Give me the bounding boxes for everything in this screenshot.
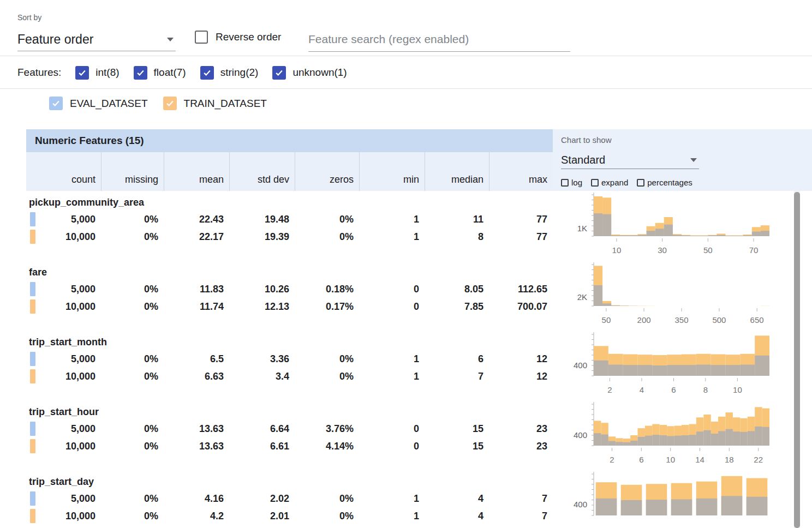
feature-type-toggle-float[interactable]: float(7) <box>134 66 186 80</box>
cell-std-dev: 2.01 <box>229 511 295 522</box>
dataset-toggle-eval_dataset[interactable]: EVAL_DATASET <box>49 97 148 110</box>
numeric-features-header: Numeric Features (15) <box>26 129 553 152</box>
numeric-features-table: Numeric Features (15) countmissingmeanst… <box>26 129 553 528</box>
checkbox-unchecked-icon[interactable] <box>561 179 569 187</box>
cell-mean: 13.63 <box>164 441 229 452</box>
cell-missing: 0% <box>101 214 164 225</box>
cell-count: 10,000 <box>26 301 101 313</box>
cell-max: 77 <box>489 231 553 243</box>
column-header-row: countmissingmeanstd devzerosminmedianmax <box>26 152 553 191</box>
svg-text:200: 200 <box>637 315 651 325</box>
column-header-min: min <box>359 152 425 191</box>
svg-text:1K: 1K <box>577 224 587 233</box>
svg-text:6: 6 <box>671 385 676 394</box>
reverse-order-control[interactable]: Reverse order <box>195 31 281 44</box>
checkbox-checked-icon[interactable] <box>272 66 286 80</box>
dataset-toggle-bar: EVAL_DATASETTRAIN_DATASET <box>0 89 812 129</box>
histogram-trip_start_day: 400 <box>553 470 795 528</box>
checkbox-checked-icon[interactable] <box>49 97 63 110</box>
cell-count: 5,000 <box>26 423 101 435</box>
feature-name: pickup_community_area <box>26 194 553 211</box>
cell-count: 5,000 <box>26 493 101 505</box>
train-stats-row: 10,0000%4.22.010%147 <box>26 507 553 525</box>
dataset-label: TRAIN_DATASET <box>184 98 267 110</box>
checkbox-unchecked-icon[interactable] <box>591 179 599 187</box>
reverse-order-label: Reverse order <box>216 31 281 43</box>
cell-std-dev: 12.13 <box>229 301 295 313</box>
cell-zeros: 0.17% <box>295 301 359 313</box>
cell-missing: 0% <box>101 441 164 452</box>
svg-text:50: 50 <box>602 315 611 325</box>
cell-std-dev: 3.36 <box>229 353 295 365</box>
train-dataset-swatch <box>30 509 35 523</box>
feature-type-toggle-string[interactable]: string(2) <box>200 66 259 80</box>
svg-text:6: 6 <box>639 455 643 464</box>
chart-option-label: expand <box>601 178 628 187</box>
cell-zeros: 0.18% <box>295 284 359 295</box>
feature-type-filter-bar: Features: int(8)float(7)string(2)unknown… <box>0 57 812 89</box>
cell-missing: 0% <box>101 231 164 243</box>
cell-missing: 0% <box>101 511 164 522</box>
feature-search-input[interactable] <box>308 27 570 52</box>
checkbox-checked-icon[interactable] <box>200 66 214 80</box>
check-icon <box>165 99 175 108</box>
chart-option-label: log <box>571 178 582 187</box>
cell-mean: 22.43 <box>164 214 229 225</box>
feature-histogram: 2K50200350500650 <box>553 261 795 331</box>
cell-count: 10,000 <box>26 511 101 522</box>
cell-missing: 0% <box>101 371 164 382</box>
chart-option-expand[interactable]: expand <box>591 178 628 187</box>
svg-text:650: 650 <box>750 315 764 325</box>
chart-option-percentages[interactable]: percentages <box>637 178 692 187</box>
histogram-pickup_community_area: 1K10305070 <box>553 191 795 261</box>
svg-text:10: 10 <box>612 245 622 255</box>
cell-zeros: 3.76% <box>295 423 359 435</box>
chart-type-select[interactable]: Standard <box>561 151 699 169</box>
check-icon <box>136 68 145 77</box>
cell-min: 1 <box>359 231 425 243</box>
chart-option-log[interactable]: log <box>561 178 582 187</box>
cell-max: 7 <box>489 511 553 522</box>
checkbox-checked-icon[interactable] <box>163 97 177 110</box>
checkbox-checked-icon[interactable] <box>75 66 89 80</box>
cell-missing: 0% <box>101 353 164 365</box>
feature-type-toggle-unknown[interactable]: unknown(1) <box>272 66 347 80</box>
feature-type-toggle-int[interactable]: int(8) <box>75 66 119 80</box>
svg-text:4: 4 <box>640 385 644 394</box>
feature-histogram: 400 <box>553 470 795 528</box>
feature-histogram: 1K10305070 <box>553 191 795 261</box>
chart-controls: Chart to show Standard logexpandpercenta… <box>553 129 812 191</box>
feature-block-trip_start_day: trip_start_day5,0000%4.162.020%14710,000… <box>26 470 553 528</box>
svg-text:400: 400 <box>574 430 587 440</box>
dataset-toggle-train_dataset[interactable]: TRAIN_DATASET <box>163 97 267 110</box>
chevron-down-icon <box>167 38 174 41</box>
sort-by-select[interactable]: Feature order <box>17 28 176 51</box>
chart-to-show-label: Chart to show <box>561 135 612 145</box>
sort-by-label: Sort by <box>17 13 41 22</box>
svg-text:400: 400 <box>574 361 587 370</box>
vertical-scrollbar[interactable] <box>794 191 800 528</box>
cell-missing: 0% <box>101 301 164 313</box>
cell-count: 5,000 <box>26 284 101 295</box>
check-icon <box>77 68 87 77</box>
cell-zeros: 0% <box>295 231 359 243</box>
svg-text:500: 500 <box>712 315 726 325</box>
cell-max: 23 <box>489 441 553 452</box>
cell-max: 7 <box>489 493 553 505</box>
cell-median: 15 <box>425 423 489 435</box>
facets-overview-page: Sort by Feature order Reverse order Feat… <box>0 0 812 528</box>
cell-min: 1 <box>359 353 425 365</box>
cell-min: 1 <box>359 493 425 505</box>
reverse-order-checkbox[interactable] <box>195 31 208 44</box>
cell-std-dev: 6.64 <box>229 423 295 435</box>
cell-max: 77 <box>489 214 553 225</box>
cell-median: 8 <box>425 231 489 243</box>
cell-median: 4 <box>425 511 489 522</box>
cell-std-dev: 3.4 <box>229 371 295 382</box>
scrollbar-thumb[interactable] <box>794 192 800 528</box>
checkbox-checked-icon[interactable] <box>134 66 147 80</box>
toolbar: Sort by Feature order Reverse order <box>0 0 812 56</box>
cell-mean: 6.5 <box>164 353 229 365</box>
checkbox-unchecked-icon[interactable] <box>637 179 644 187</box>
cell-mean: 4.16 <box>164 493 229 505</box>
